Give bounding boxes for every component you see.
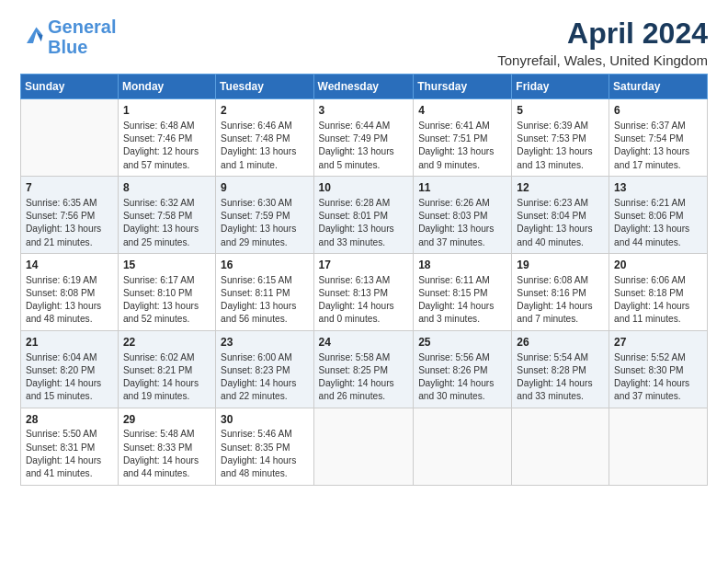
day-number: 23 (221, 335, 308, 350)
header-row: SundayMondayTuesdayWednesdayThursdayFrid… (21, 75, 708, 99)
day-info: Sunrise: 5:52 AM Sunset: 8:30 PM Dayligh… (614, 351, 702, 404)
day-info: Sunrise: 5:54 AM Sunset: 8:28 PM Dayligh… (517, 351, 604, 404)
day-number: 12 (517, 180, 604, 196)
subtitle: Tonyrefail, Wales, United Kingdom (497, 52, 708, 68)
day-info: Sunrise: 6:32 AM Sunset: 7:58 PM Dayligh… (123, 197, 210, 249)
column-header-thursday: Thursday (414, 75, 512, 99)
day-info: Sunrise: 5:50 AM Sunset: 8:31 PM Dayligh… (26, 428, 113, 480)
calendar-cell: 7Sunrise: 6:35 AM Sunset: 7:56 PM Daylig… (21, 176, 119, 253)
day-info: Sunrise: 6:08 AM Sunset: 8:16 PM Dayligh… (517, 274, 604, 327)
day-info: Sunrise: 6:26 AM Sunset: 8:03 PM Dayligh… (418, 197, 506, 249)
day-number: 16 (221, 258, 308, 273)
calendar-cell: 5Sunrise: 6:39 AM Sunset: 7:53 PM Daylig… (512, 99, 609, 177)
day-number: 11 (418, 180, 506, 196)
day-number: 15 (123, 258, 210, 273)
day-number: 24 (319, 335, 409, 350)
day-info: Sunrise: 6:11 AM Sunset: 8:15 PM Dayligh… (418, 274, 506, 327)
calendar-cell: 19Sunrise: 6:08 AM Sunset: 8:16 PM Dayli… (512, 253, 609, 330)
day-number: 13 (614, 180, 702, 196)
week-row-1: 7Sunrise: 6:35 AM Sunset: 7:56 PM Daylig… (21, 176, 708, 253)
day-number: 30 (221, 412, 308, 428)
day-info: Sunrise: 6:35 AM Sunset: 7:56 PM Dayligh… (26, 197, 113, 249)
column-header-saturday: Saturday (609, 75, 708, 99)
day-number: 8 (123, 180, 210, 196)
day-number: 2 (221, 103, 308, 119)
column-header-sunday: Sunday (21, 75, 119, 99)
calendar-cell (313, 408, 414, 485)
column-header-monday: Monday (118, 75, 215, 99)
calendar-cell: 15Sunrise: 6:17 AM Sunset: 8:10 PM Dayli… (118, 253, 215, 330)
logo-blue: Blue (48, 37, 87, 57)
calendar-cell: 10Sunrise: 6:28 AM Sunset: 8:01 PM Dayli… (313, 176, 414, 253)
calendar-body: 1Sunrise: 6:48 AM Sunset: 7:46 PM Daylig… (21, 99, 708, 486)
day-info: Sunrise: 5:56 AM Sunset: 8:26 PM Dayligh… (418, 351, 506, 404)
day-number: 1 (123, 103, 210, 119)
calendar-cell: 17Sunrise: 6:13 AM Sunset: 8:13 PM Dayli… (313, 253, 414, 330)
calendar-cell: 14Sunrise: 6:19 AM Sunset: 8:08 PM Dayli… (21, 253, 119, 330)
day-number: 14 (26, 258, 113, 273)
day-number: 26 (517, 335, 604, 350)
day-number: 17 (319, 258, 409, 273)
day-number: 5 (517, 103, 604, 119)
day-info: Sunrise: 6:21 AM Sunset: 8:06 PM Dayligh… (614, 197, 702, 249)
day-info: Sunrise: 6:37 AM Sunset: 7:54 PM Dayligh… (614, 120, 702, 172)
day-number: 9 (221, 180, 308, 196)
day-number: 18 (418, 258, 506, 273)
day-number: 20 (614, 258, 702, 273)
logo-text: General Blue (48, 17, 116, 57)
day-info: Sunrise: 6:28 AM Sunset: 8:01 PM Dayligh… (319, 197, 409, 249)
column-header-tuesday: Tuesday (216, 75, 313, 99)
column-header-wednesday: Wednesday (313, 75, 414, 99)
day-info: Sunrise: 6:30 AM Sunset: 7:59 PM Dayligh… (221, 197, 308, 249)
calendar-table: SundayMondayTuesdayWednesdayThursdayFrid… (20, 74, 708, 486)
calendar-cell: 21Sunrise: 6:04 AM Sunset: 8:20 PM Dayli… (21, 330, 119, 408)
day-info: Sunrise: 6:23 AM Sunset: 8:04 PM Dayligh… (517, 197, 604, 249)
day-info: Sunrise: 5:46 AM Sunset: 8:35 PM Dayligh… (221, 428, 308, 480)
calendar-cell: 11Sunrise: 6:26 AM Sunset: 8:03 PM Dayli… (414, 176, 512, 253)
day-number: 28 (26, 412, 113, 428)
calendar-cell (21, 99, 119, 177)
week-row-4: 28Sunrise: 5:50 AM Sunset: 8:31 PM Dayli… (21, 408, 708, 485)
day-number: 27 (614, 335, 702, 350)
day-number: 19 (517, 258, 604, 273)
day-number: 10 (319, 180, 409, 196)
main-title: April 2024 (497, 17, 708, 51)
calendar-cell: 13Sunrise: 6:21 AM Sunset: 8:06 PM Dayli… (609, 176, 708, 253)
day-info: Sunrise: 6:02 AM Sunset: 8:21 PM Dayligh… (123, 351, 210, 404)
calendar-cell: 22Sunrise: 6:02 AM Sunset: 8:21 PM Dayli… (118, 330, 215, 408)
calendar-cell: 12Sunrise: 6:23 AM Sunset: 8:04 PM Dayli… (512, 176, 609, 253)
day-number: 29 (123, 412, 210, 428)
calendar-cell (512, 408, 609, 485)
day-info: Sunrise: 6:13 AM Sunset: 8:13 PM Dayligh… (319, 274, 409, 327)
calendar-cell: 6Sunrise: 6:37 AM Sunset: 7:54 PM Daylig… (609, 99, 708, 177)
calendar-cell (414, 408, 512, 485)
calendar-cell: 29Sunrise: 5:48 AM Sunset: 8:33 PM Dayli… (118, 408, 215, 485)
week-row-2: 14Sunrise: 6:19 AM Sunset: 8:08 PM Dayli… (21, 253, 708, 330)
day-info: Sunrise: 5:48 AM Sunset: 8:33 PM Dayligh… (123, 428, 210, 480)
calendar-cell: 26Sunrise: 5:54 AM Sunset: 8:28 PM Dayli… (512, 330, 609, 408)
calendar-cell: 4Sunrise: 6:41 AM Sunset: 7:51 PM Daylig… (414, 99, 512, 177)
column-header-friday: Friday (512, 75, 609, 99)
calendar-cell: 28Sunrise: 5:50 AM Sunset: 8:31 PM Dayli… (21, 408, 119, 485)
calendar-header: SundayMondayTuesdayWednesdayThursdayFrid… (21, 75, 708, 99)
day-info: Sunrise: 6:06 AM Sunset: 8:18 PM Dayligh… (614, 274, 702, 327)
day-number: 3 (319, 103, 409, 119)
calendar-cell: 16Sunrise: 6:15 AM Sunset: 8:11 PM Dayli… (216, 253, 313, 330)
day-info: Sunrise: 6:19 AM Sunset: 8:08 PM Dayligh… (26, 274, 113, 327)
day-info: Sunrise: 6:15 AM Sunset: 8:11 PM Dayligh… (221, 274, 308, 327)
title-area: April 2024 Tonyrefail, Wales, United Kin… (497, 17, 708, 68)
day-info: Sunrise: 6:17 AM Sunset: 8:10 PM Dayligh… (123, 274, 210, 327)
calendar-cell: 1Sunrise: 6:48 AM Sunset: 7:46 PM Daylig… (118, 99, 215, 177)
day-number: 7 (26, 180, 113, 196)
day-info: Sunrise: 6:46 AM Sunset: 7:48 PM Dayligh… (221, 120, 308, 172)
day-info: Sunrise: 6:00 AM Sunset: 8:23 PM Dayligh… (221, 351, 308, 404)
calendar-cell: 3Sunrise: 6:44 AM Sunset: 7:49 PM Daylig… (313, 99, 414, 177)
day-info: Sunrise: 6:44 AM Sunset: 7:49 PM Dayligh… (319, 120, 409, 172)
calendar-cell (609, 408, 708, 485)
logo-general: General (48, 17, 116, 37)
calendar-cell: 2Sunrise: 6:46 AM Sunset: 7:48 PM Daylig… (216, 99, 313, 177)
day-info: Sunrise: 6:04 AM Sunset: 8:20 PM Dayligh… (26, 351, 113, 404)
calendar-cell: 9Sunrise: 6:30 AM Sunset: 7:59 PM Daylig… (216, 176, 313, 253)
calendar-cell: 27Sunrise: 5:52 AM Sunset: 8:30 PM Dayli… (609, 330, 708, 408)
week-row-3: 21Sunrise: 6:04 AM Sunset: 8:20 PM Dayli… (21, 330, 708, 408)
